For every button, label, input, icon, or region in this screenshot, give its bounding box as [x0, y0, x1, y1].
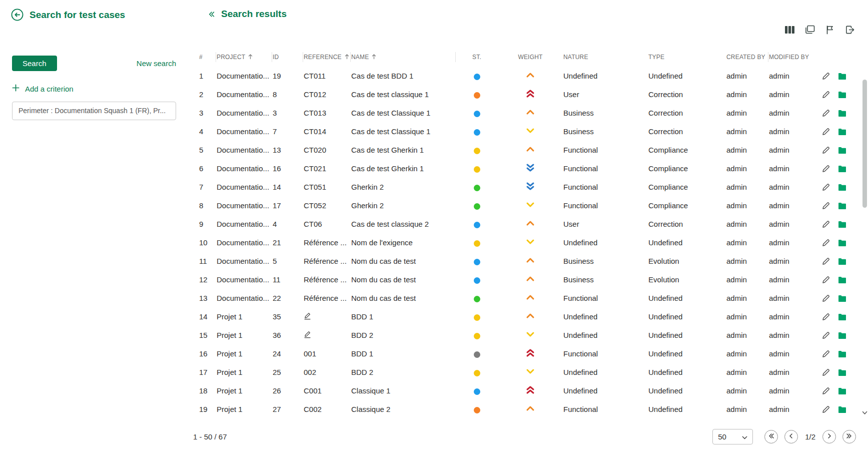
column-header-reference[interactable]: REFERENCE	[303, 48, 351, 67]
show-in-folder-button[interactable]	[838, 73, 846, 80]
edit-button[interactable]	[821, 350, 830, 358]
edit-pencil-icon[interactable]	[821, 387, 830, 395]
result-row[interactable]: 13Documentatio...22Référence ...Nom du c…	[192, 289, 861, 307]
edit-button[interactable]	[821, 276, 830, 284]
edit-pencil-icon[interactable]	[821, 405, 830, 414]
folder-icon[interactable]	[838, 91, 846, 98]
edit-pencil-icon[interactable]	[821, 368, 830, 377]
result-row[interactable]: 9Documentatio...4CT06Cas de test classiq…	[192, 215, 861, 233]
folder-icon[interactable]	[838, 165, 846, 172]
column-header-modified_by[interactable]: MODIFIED BY	[768, 48, 818, 67]
show-in-folder-button[interactable]	[838, 239, 846, 246]
edit-button[interactable]	[821, 128, 830, 136]
show-in-folder-button[interactable]	[838, 313, 846, 320]
result-row[interactable]: 5Documentatio...13CT020Cas de test Gherk…	[192, 141, 861, 159]
show-in-folder-button[interactable]	[838, 350, 846, 357]
inline-rename-icon[interactable]	[304, 312, 311, 320]
edit-pencil-icon[interactable]	[821, 257, 830, 266]
folder-icon[interactable]	[838, 239, 846, 246]
show-in-folder-button[interactable]	[838, 202, 846, 209]
folder-icon[interactable]	[838, 258, 846, 265]
show-in-folder-button[interactable]	[838, 387, 846, 394]
edit-button[interactable]	[821, 368, 830, 377]
column-header-name[interactable]: NAME	[351, 48, 456, 67]
edit-pencil-icon[interactable]	[821, 350, 830, 358]
column-header-id[interactable]: ID	[272, 48, 303, 67]
back-nav[interactable]: Search for test cases	[11, 9, 125, 21]
folder-icon[interactable]	[838, 406, 846, 413]
edit-button[interactable]	[821, 165, 830, 173]
edit-pencil-icon[interactable]	[821, 183, 830, 192]
export-button[interactable]	[843, 24, 856, 37]
show-in-folder-button[interactable]	[838, 332, 846, 339]
column-header-project[interactable]: PROJECT	[216, 48, 272, 67]
add-criterion-button[interactable]: Add a criterion	[12, 84, 176, 93]
show-in-folder-button[interactable]	[838, 369, 846, 376]
folder-icon[interactable]	[838, 221, 846, 228]
edit-button[interactable]	[821, 331, 830, 340]
edit-button[interactable]	[821, 72, 830, 81]
edit-button[interactable]	[821, 313, 830, 321]
column-header-created_by[interactable]: CREATED BY	[726, 48, 768, 67]
edit-button[interactable]	[821, 387, 830, 395]
edit-button[interactable]	[821, 294, 830, 303]
result-row[interactable]: 14Projet 135BDD 1UndefinedUndefinedadmin…	[192, 307, 861, 326]
edit-button[interactable]	[821, 109, 830, 118]
folder-icon[interactable]	[838, 295, 846, 302]
result-row[interactable]: 18Projet 126C001Classique 1UndefinedUnde…	[192, 381, 861, 400]
scrollbar-thumb[interactable]	[862, 80, 867, 208]
result-row[interactable]: 17Projet 125002BDD 2UndefinedUndefinedad…	[192, 363, 861, 381]
edit-pencil-icon[interactable]	[821, 294, 830, 303]
result-row[interactable]: 8Documentatio...17CT052Gherkin 2Function…	[192, 196, 861, 215]
edit-pencil-icon[interactable]	[821, 165, 830, 173]
edit-button[interactable]	[821, 239, 830, 247]
folder-icon[interactable]	[838, 369, 846, 376]
scroll-down-arrow-icon[interactable]	[862, 408, 867, 417]
manage-columns-button[interactable]	[783, 24, 796, 37]
result-row[interactable]: 4Documentatio...7CT014Cas de test Classi…	[192, 122, 861, 141]
last-page-button[interactable]	[842, 430, 856, 443]
perimeter-criterion-chip[interactable]: Perimeter : Documentation Squash 1 (FR),…	[12, 102, 176, 120]
edit-pencil-icon[interactable]	[821, 239, 830, 247]
column-header-nature[interactable]: NATURE	[563, 48, 648, 67]
edit-pencil-icon[interactable]	[821, 109, 830, 118]
folder-icon[interactable]	[838, 313, 846, 320]
edit-pencil-icon[interactable]	[821, 331, 830, 340]
show-in-folder-button[interactable]	[838, 276, 846, 283]
show-in-folder-button[interactable]	[838, 110, 846, 117]
result-row[interactable]: 1Documentatio...19CT011Cas de test BDD 1…	[192, 67, 861, 85]
search-button[interactable]: Search	[12, 56, 57, 71]
show-in-folder-button[interactable]	[838, 184, 846, 191]
column-header-status[interactable]: ST.	[456, 48, 498, 67]
next-page-button[interactable]	[822, 430, 836, 443]
edit-button[interactable]	[821, 91, 830, 99]
folder-icon[interactable]	[838, 202, 846, 209]
show-in-folder-button[interactable]	[838, 147, 846, 154]
edit-button[interactable]	[821, 146, 830, 155]
first-page-button[interactable]	[764, 430, 778, 443]
edit-pencil-icon[interactable]	[821, 313, 830, 321]
folder-icon[interactable]	[838, 184, 846, 191]
result-row[interactable]: 2Documentatio...8CT012Cas de test classi…	[192, 85, 861, 104]
edit-button[interactable]	[821, 405, 830, 414]
edit-pencil-icon[interactable]	[821, 91, 830, 99]
show-in-folder-button[interactable]	[838, 165, 846, 172]
folder-icon[interactable]	[838, 350, 846, 357]
folder-icon[interactable]	[838, 128, 846, 135]
result-row[interactable]: 7Documentatio...14CT051Gherkin 2Function…	[192, 178, 861, 196]
edit-pencil-icon[interactable]	[821, 220, 830, 229]
new-search-link[interactable]: New search	[137, 59, 176, 68]
result-row[interactable]: 16Projet 124001BDD 1FunctionalUndefineda…	[192, 344, 861, 363]
result-row[interactable]: 3Documentatio...3CT013Cas de test Classi…	[192, 104, 861, 122]
show-in-folder-button[interactable]	[838, 406, 846, 413]
edit-pencil-icon[interactable]	[821, 72, 830, 81]
copy-results-button[interactable]	[803, 24, 816, 37]
result-row[interactable]: 6Documentatio...16CT021Cas de test Gherk…	[192, 159, 861, 178]
edit-pencil-icon[interactable]	[821, 128, 830, 136]
page-size-select[interactable]: 50	[712, 429, 753, 444]
show-in-folder-button[interactable]	[838, 295, 846, 302]
vertical-scrollbar[interactable]	[861, 67, 868, 417]
edit-pencil-icon[interactable]	[821, 146, 830, 155]
flag-button[interactable]	[823, 24, 836, 37]
result-row[interactable]: 11Documentatio...5Référence ...Nom du ca…	[192, 252, 861, 270]
